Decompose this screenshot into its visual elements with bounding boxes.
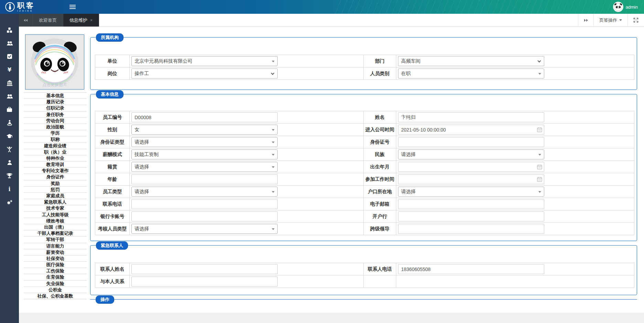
employee-id-input[interactable] xyxy=(131,112,278,122)
join-date-field[interactable] xyxy=(398,125,544,135)
training-icon[interactable] xyxy=(0,116,19,130)
modules-icon[interactable] xyxy=(0,23,19,37)
employee-type-select[interactable]: 请选择 xyxy=(131,187,278,197)
side-menu-item[interactable]: 建造师业绩 xyxy=(24,143,87,149)
personnel-type-select[interactable]: 在职 xyxy=(398,69,544,79)
side-menu-item[interactable]: 工伤保险 xyxy=(24,268,87,274)
side-menu-item[interactable]: 兼任职务 xyxy=(24,112,87,118)
side-menu-item[interactable]: 劳动合同 xyxy=(24,118,87,124)
hamburger-menu-icon[interactable] xyxy=(69,4,76,10)
briefcase-icon[interactable] xyxy=(0,103,19,116)
registered-residence-select[interactable]: 请选择 xyxy=(398,187,544,197)
side-menu-item[interactable]: 教育培训 xyxy=(24,162,87,168)
chevron-down-icon xyxy=(272,154,275,156)
side-menu-item[interactable]: 基本信息 xyxy=(24,93,87,99)
skip-level-leader-input[interactable] xyxy=(398,224,544,234)
settings-icon[interactable] xyxy=(0,196,19,209)
age-input[interactable] xyxy=(131,174,278,184)
tab-welcome-home[interactable]: 欢迎首页 xyxy=(33,14,63,27)
side-menu-item[interactable]: 身份证件 xyxy=(24,174,87,180)
empty-cell xyxy=(364,275,396,288)
gender-select[interactable]: 女 xyxy=(131,125,278,135)
employee-photo-upload[interactable]: 点击更换图片 xyxy=(25,34,84,90)
side-menu-item[interactable]: 政治面貌 xyxy=(24,124,87,130)
id-card-type-select[interactable]: 请选择 xyxy=(131,137,278,147)
side-menu-item[interactable]: 任职记录 xyxy=(24,105,87,111)
team-icon[interactable] xyxy=(0,37,19,50)
group-icon[interactable] xyxy=(0,90,19,103)
chevron-down-icon xyxy=(272,129,275,131)
profile-icon[interactable] xyxy=(0,156,19,169)
side-menu-item[interactable]: 职（执）业 xyxy=(24,149,87,155)
side-menu-item[interactable]: 履历记录 xyxy=(24,99,87,105)
field-label: 人员类别 xyxy=(364,67,396,80)
side-menu-item[interactable]: 语言能力 xyxy=(24,243,87,249)
fullscreen-icon[interactable] xyxy=(627,14,644,27)
work-start-date-field[interactable] xyxy=(398,174,544,184)
trophy-icon[interactable] xyxy=(0,169,19,183)
side-menu-item[interactable]: 社保、公积金基数 xyxy=(24,293,87,299)
side-menu-item[interactable]: 社保变动 xyxy=(24,256,87,262)
tab-operations-dropdown[interactable]: 页签操作 xyxy=(593,14,627,27)
side-menu-item[interactable]: 失业保险 xyxy=(24,281,87,287)
tabs-scroll-right-button[interactable] xyxy=(578,14,593,27)
calendar-icon[interactable] xyxy=(537,177,542,182)
side-menu-item[interactable]: 专利论文著作 xyxy=(24,168,87,174)
field-label: 进入公司时间 xyxy=(364,124,396,136)
department-select[interactable]: 高频车间 xyxy=(398,56,544,66)
bank-icon[interactable] xyxy=(0,76,19,90)
side-menu-item[interactable]: 惩罚 xyxy=(24,187,87,193)
salary-mode-select[interactable]: 技能工资制 xyxy=(131,149,278,159)
relationship-input[interactable] xyxy=(131,277,278,286)
contact-phone-input[interactable] xyxy=(398,264,544,274)
email-input[interactable] xyxy=(398,199,544,209)
side-menu-item[interactable]: 生育保险 xyxy=(24,274,87,280)
field-label: 户口所在地 xyxy=(364,186,396,198)
activity-icon[interactable] xyxy=(0,143,19,156)
field-label: 联系人电话 xyxy=(364,263,396,275)
bank-branch-input[interactable] xyxy=(398,211,544,221)
field-label: 单位 xyxy=(95,55,130,67)
side-menu-item[interactable]: 绩效考核 xyxy=(24,218,87,224)
side-menu-item[interactable]: 出国（境） xyxy=(24,224,87,230)
bank-card-input[interactable] xyxy=(131,211,278,221)
field-label: 年龄 xyxy=(95,173,130,186)
company-select[interactable]: 北京中元易尚科技有限公司 xyxy=(131,56,278,66)
approve-icon[interactable] xyxy=(0,50,19,63)
side-menu-item[interactable]: 薪资变动 xyxy=(24,249,87,256)
post-select[interactable]: 操作工 xyxy=(131,69,278,79)
side-menu-item[interactable]: 军转干部 xyxy=(24,237,87,243)
tab-close-icon[interactable]: × xyxy=(90,18,93,23)
side-menu-item[interactable]: 职称 xyxy=(24,136,87,143)
name-input[interactable] xyxy=(398,112,544,122)
native-place-select[interactable]: 请选择 xyxy=(131,162,278,172)
chevron-down-icon xyxy=(538,59,541,63)
side-menu-item[interactable]: 家庭成员 xyxy=(24,193,87,199)
side-menu-item[interactable]: 医疗保险 xyxy=(24,262,87,268)
contact-name-input[interactable] xyxy=(131,264,278,274)
education-icon[interactable] xyxy=(0,129,19,143)
side-menu-item[interactable]: 干部人事档案记录 xyxy=(24,230,87,237)
side-menu-item[interactable]: 工人技能等级 xyxy=(24,212,87,218)
tabs-scroll-left-button[interactable] xyxy=(19,14,33,27)
phone-input[interactable] xyxy=(131,199,278,209)
user-avatar[interactable] xyxy=(613,2,623,12)
calendar-icon[interactable] xyxy=(537,164,542,169)
app-logo[interactable]: 职客 IZHIKE xyxy=(5,2,35,12)
salary-icon[interactable]: ¥ xyxy=(0,63,19,77)
info-icon[interactable]: i xyxy=(0,183,19,196)
side-menu-item[interactable]: 特种作业 xyxy=(24,155,87,162)
id-card-number-input[interactable] xyxy=(398,137,544,147)
tab-info-maintenance[interactable]: 信息维护 × xyxy=(63,14,99,27)
birth-date-field[interactable] xyxy=(398,162,544,172)
assessment-type-select[interactable]: 请选择 xyxy=(131,224,278,234)
side-menu-item[interactable]: 紧急联系人 xyxy=(24,199,87,205)
ethnicity-select[interactable]: 请选择 xyxy=(398,149,544,159)
calendar-icon[interactable] xyxy=(537,127,542,132)
section-actions: 操作 xyxy=(90,299,637,312)
side-menu-item[interactable]: 公积金 xyxy=(24,287,87,293)
side-menu-item[interactable]: 学历 xyxy=(24,130,87,136)
side-menu-item[interactable]: 技术专家 xyxy=(24,205,87,211)
side-menu-item[interactable]: 奖励 xyxy=(24,180,87,187)
icon-rail: ¥ i xyxy=(0,14,19,323)
